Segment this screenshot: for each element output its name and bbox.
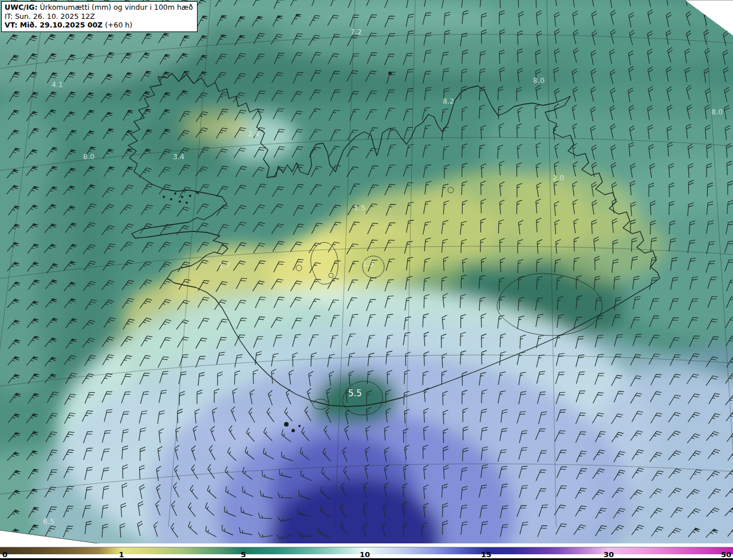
map-title-box: UWC/IG: Úrkomumætti (mm) og vindur i 100… — [1, 1, 198, 32]
precip-value-label: 2.0 — [553, 173, 564, 182]
precip-value-label: 6.5 — [43, 517, 54, 526]
precip-value-label: 3.4 — [173, 152, 184, 161]
colorbar-tick-label: 0 — [2, 550, 7, 559]
precip-value-label: 8.0 — [83, 152, 94, 161]
precip-value-label: 8.0 — [711, 108, 723, 116]
map-title-line: UWC/IG: Úrkomumætti (mm) og vindur i 100… — [5, 3, 193, 12]
init-time-line: IT: Sun. 26. 10. 2025 12Z — [5, 12, 193, 21]
colorbar-tick-label: 5 — [241, 550, 246, 559]
colorbar-tick-label: 30 — [604, 550, 614, 559]
precip-value-label: 8.0 — [533, 76, 545, 85]
precip-value-label: 4.1 — [52, 80, 63, 89]
precip-value-label: 7.2 — [350, 27, 362, 36]
precip-value-label: 1.3 — [362, 259, 374, 268]
precip-value-label: 8.2 — [443, 97, 454, 105]
colorbar: 01510153050 — [0, 543, 733, 560]
precip-value-label: 1.7 — [219, 261, 230, 270]
precipitation-field-layer — [0, 0, 733, 560]
weather-map-frame: 4.17.22.48.28.08.08.03.42.01.51.71.35.56… — [0, 0, 733, 560]
colorbar-tick-label: 1 — [119, 550, 124, 559]
precip-value-label: 2.4 — [248, 129, 259, 138]
colorbar-tick-label: 10 — [360, 550, 370, 559]
colorbar-tick-label: 15 — [481, 550, 491, 559]
precipitation-wind-map: 4.17.22.48.28.08.08.03.42.01.51.71.35.56… — [0, 0, 733, 560]
product-name: Úrkomumætti (mm) og vindur i 100m hæð — [38, 3, 193, 11]
precip-value-label: 5.5 — [348, 388, 362, 399]
model-id: UWC/IG: — [5, 3, 38, 11]
colorbar-tick-label: 50 — [721, 550, 731, 559]
precip-value-label: 1.5 — [354, 203, 365, 212]
valid-time-line: VT: Mið. 29.10.2025 00Z (+60 h) — [5, 21, 193, 30]
